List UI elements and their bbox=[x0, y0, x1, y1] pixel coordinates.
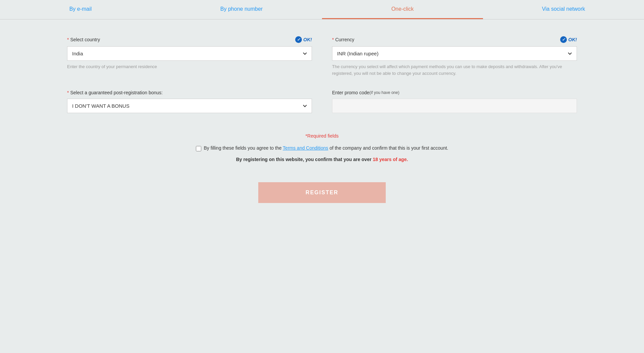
promo-label: Enter promo code bbox=[332, 90, 369, 95]
currency-required-star: * bbox=[332, 37, 334, 42]
terms-link[interactable]: Terms and Conditions bbox=[283, 145, 328, 151]
promo-label-suffix: (if you have one) bbox=[369, 90, 399, 95]
currency-label-row: * Currency ✓ OK! bbox=[332, 36, 577, 43]
currency-select[interactable]: INR (Indian rupee) bbox=[332, 46, 577, 61]
currency-ok-text: OK! bbox=[568, 37, 577, 42]
tab-email[interactable]: By e-mail bbox=[0, 0, 161, 19]
bonus-group: * Select a guaranteed post-registration … bbox=[67, 90, 312, 113]
promo-group: Enter promo code (if you have one) bbox=[332, 90, 577, 113]
country-label: Select country bbox=[70, 37, 100, 42]
spacer bbox=[67, 120, 577, 133]
bonus-label-row: * Select a guaranteed post-registration … bbox=[67, 90, 312, 95]
tab-navigation: By e-mail By phone number One-click Via … bbox=[0, 0, 644, 19]
terms-checkbox[interactable] bbox=[196, 146, 201, 151]
bonus-select[interactable]: I DON'T WANT A BONUS bbox=[67, 99, 312, 113]
register-button[interactable]: REGISTER bbox=[258, 182, 386, 203]
checkbox-text-after: of the company and confirm that this is … bbox=[328, 145, 448, 151]
checkbox-text: By filling these fields you agree to the… bbox=[204, 145, 448, 151]
currency-ok-check-icon: ✓ bbox=[560, 36, 567, 43]
bonus-label: Select a guaranteed post-registration bo… bbox=[70, 90, 163, 95]
currency-hint: The currency you select will affect whic… bbox=[332, 63, 577, 77]
terms-checkbox-row: By filling these fields you agree to the… bbox=[67, 145, 577, 151]
tab-oneclick[interactable]: One-click bbox=[322, 0, 483, 19]
age-highlight: 18 years of age. bbox=[373, 157, 408, 162]
country-group: * Select country ✓ OK! India Enter the c… bbox=[67, 36, 312, 77]
country-required-star: * bbox=[67, 37, 69, 42]
tab-phone[interactable]: By phone number bbox=[161, 0, 322, 19]
register-button-wrapper: REGISTER bbox=[67, 182, 577, 203]
country-ok-check-icon: ✓ bbox=[295, 36, 302, 43]
country-hint: Enter the country of your permanent resi… bbox=[67, 63, 312, 70]
tab-social[interactable]: Via social network bbox=[483, 0, 644, 19]
required-fields-text: *Required fields bbox=[67, 133, 577, 139]
country-ok-badge: ✓ OK! bbox=[295, 36, 312, 43]
bonus-promo-row: * Select a guaranteed post-registration … bbox=[67, 90, 577, 113]
country-select[interactable]: India bbox=[67, 46, 312, 61]
currency-group: * Currency ✓ OK! INR (Indian rupee) The … bbox=[332, 36, 577, 77]
country-ok-text: OK! bbox=[303, 37, 312, 42]
promo-input[interactable] bbox=[332, 99, 577, 113]
country-label-row: * Select country ✓ OK! bbox=[67, 36, 312, 43]
checkbox-text-before: By filling these fields you agree to the bbox=[204, 145, 283, 151]
age-confirmation-text: By registering on this website, you conf… bbox=[67, 157, 577, 162]
currency-label: Currency bbox=[335, 37, 354, 42]
country-currency-row: * Select country ✓ OK! India Enter the c… bbox=[67, 36, 577, 77]
currency-ok-badge: ✓ OK! bbox=[560, 36, 577, 43]
promo-label-row: Enter promo code (if you have one) bbox=[332, 90, 577, 95]
main-content: * Select country ✓ OK! India Enter the c… bbox=[0, 19, 644, 220]
age-text-before: By registering on this website, you conf… bbox=[236, 157, 373, 162]
bonus-required-star: * bbox=[67, 90, 69, 95]
